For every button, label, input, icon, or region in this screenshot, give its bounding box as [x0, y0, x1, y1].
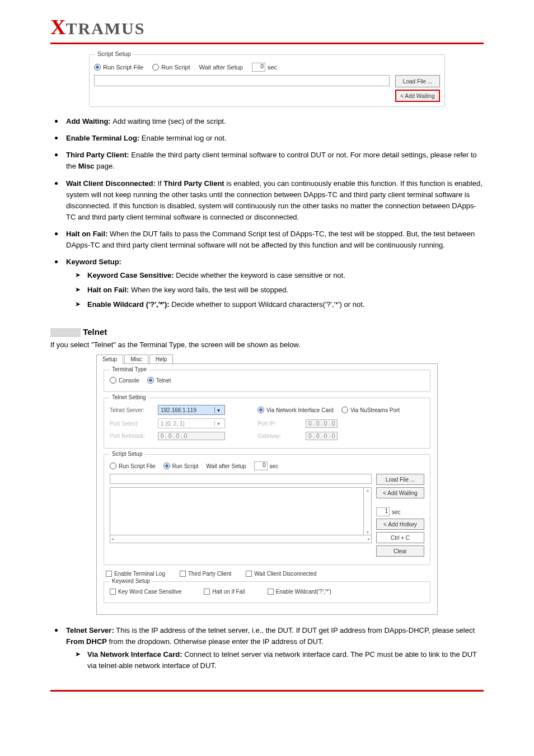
- load-file-button[interactable]: Load File ...: [376, 474, 424, 485]
- clear-button[interactable]: Clear: [376, 545, 424, 557]
- wait-value-group: 0 sec: [254, 461, 279, 470]
- radio-dot-icon: [152, 64, 159, 71]
- radio-label: Run Script: [172, 463, 199, 469]
- section-icon: [50, 328, 81, 337]
- section-title: Telnet: [50, 327, 484, 337]
- checkbox-icon: [110, 589, 116, 595]
- checkbox-label: Wait Client Disconnected: [254, 571, 316, 577]
- third-party-client-checkbox[interactable]: Third Party Client: [180, 571, 231, 577]
- wait-input[interactable]: 0: [252, 63, 265, 72]
- telnet-server-select[interactable]: 192.168.1.119▾: [158, 405, 225, 415]
- list-item-term: Telnet Server:: [66, 626, 116, 634]
- telnet-radio[interactable]: Telnet: [147, 377, 171, 384]
- page-content: Script Setup Run Script File Run Script …: [0, 44, 534, 681]
- feature-list: Add Waiting: Add waiting time (sec) of t…: [50, 116, 484, 319]
- list-item-term: Wait Client Disconnected:: [66, 179, 157, 188]
- tab-misc[interactable]: Misc: [124, 354, 148, 364]
- script-setup-group: Script Setup Run Script File Run Script …: [89, 54, 445, 107]
- txt: If: [157, 179, 163, 188]
- checkbox-icon: [204, 589, 210, 595]
- add-hotkey-button[interactable]: < Add Hotkey: [376, 519, 424, 530]
- wait-after-setup-label: Wait after Setup: [199, 64, 243, 71]
- list-item-misc-ref: Misc: [78, 162, 95, 170]
- keyword-sublist: Keyword Case Sensitive: Decide whether t…: [66, 270, 484, 314]
- group-legend: Script Setup: [95, 50, 133, 57]
- group-legend: Terminal Type: [110, 366, 149, 372]
- via-nustreams-radio[interactable]: Via NuStreams Port: [341, 407, 400, 413]
- group-legend: Telnet Setting: [110, 394, 148, 400]
- sub-term: Keyword Case Sensitive:: [87, 271, 176, 279]
- sub-term: Via Network Interface Card:: [87, 650, 184, 659]
- list-item: Third Party Client: Enable the third par…: [54, 150, 484, 178]
- list-item: Halt on Fail: When the DUT fails to pass…: [54, 228, 484, 256]
- checkbox-icon: [180, 571, 186, 577]
- sublist-item: Via Network Interface Card: Connect to t…: [75, 649, 484, 675]
- run-script-radio[interactable]: Run Script: [163, 463, 199, 469]
- wait-value-group: 0 sec: [252, 63, 277, 72]
- via-nic-radio[interactable]: Via Network Interface Card: [257, 407, 334, 413]
- list-item: Telnet Server: This is the IP address of…: [54, 625, 484, 681]
- group-legend: Keyword Setup: [110, 578, 152, 584]
- checkbox-label: Key Word Case Sensitive: [118, 589, 181, 595]
- sec-input[interactable]: 1: [376, 507, 390, 516]
- txt-b: From DHCP: [66, 637, 107, 646]
- port-netmask-label: Port Netmask:: [110, 433, 150, 439]
- list-item-desc: When the DUT fails to pass the Command S…: [66, 230, 475, 249]
- horizontal-scrollbar[interactable]: ◂▸: [110, 535, 372, 543]
- radio-label: Via Network Interface Card: [266, 407, 334, 413]
- sub-term: Halt on Fail:: [87, 286, 131, 294]
- brand-rest: TRAMUS: [65, 19, 145, 38]
- section-intro: If you select "Telnet" as the Terminal T…: [50, 340, 484, 349]
- terminal-type-group: Terminal Type Console Telnet: [104, 370, 430, 392]
- sec-unit: sec: [392, 509, 401, 515]
- after-sublist: Via Network Interface Card: Connect to t…: [66, 649, 484, 675]
- radio-dot-selected-icon: [94, 64, 101, 71]
- tab-setup[interactable]: Setup: [96, 354, 123, 364]
- checkbox-icon: [268, 589, 274, 595]
- console-radio[interactable]: Console: [110, 377, 139, 384]
- run-script-file-radio[interactable]: Run Script File: [110, 463, 156, 469]
- load-file-button[interactable]: Load File ...: [395, 75, 440, 87]
- list-item-term: Third Party Client:: [66, 151, 131, 159]
- scroll-down-icon: ▾: [367, 530, 369, 535]
- tab-help[interactable]: Help: [149, 354, 174, 364]
- ctrl-c-button[interactable]: Ctrl + C: [376, 532, 424, 543]
- sec-group: 1sec: [376, 507, 424, 516]
- radio-dot-selected-icon: [257, 407, 264, 413]
- wait-input[interactable]: 0: [254, 461, 268, 470]
- brand-x: X: [50, 15, 65, 39]
- wait-client-disconnected-checkbox[interactable]: Wait Client Disconnected: [246, 571, 316, 577]
- vertical-scrollbar[interactable]: ▴▾: [363, 488, 371, 535]
- radio-dot-icon: [341, 407, 348, 413]
- sub-term: Enable Wildcard ('?','*'):: [87, 300, 171, 309]
- script-side-column: Load File ... < Add Waiting 1sec < Add H…: [376, 474, 424, 557]
- radio-label: Via NuStreams Port: [350, 407, 400, 413]
- keyword-setup-group: Keyword Setup Key Word Case Sensitive Ha…: [104, 581, 430, 603]
- list-item-term: Keyword Setup:: [66, 258, 121, 266]
- run-script-file-radio[interactable]: Run Script File: [94, 64, 143, 71]
- enable-wildcard-checkbox[interactable]: Enable Wildcard('?','*'): [268, 589, 331, 595]
- checkbox-icon: [106, 571, 112, 577]
- script-setup-screenshot: Script Setup Run Script File Run Script …: [89, 54, 445, 107]
- list-item: Enable Terminal Log: Enable terminal log…: [54, 133, 484, 150]
- radio-label: Run Script: [161, 64, 190, 71]
- add-waiting-button[interactable]: < Add Waiting: [395, 90, 440, 102]
- script-file-input[interactable]: [110, 474, 372, 484]
- radio-dot-icon: [110, 377, 116, 384]
- list-item-desc-tail: page.: [95, 162, 115, 170]
- keyword-case-sensitive-checkbox[interactable]: Key Word Case Sensitive: [110, 589, 181, 595]
- chevron-down-icon: ▾: [214, 421, 222, 427]
- script-listbox[interactable]: ▴▾: [110, 487, 372, 535]
- run-script-radio[interactable]: Run Script: [152, 64, 190, 71]
- sublist-item: Enable Wildcard ('?','*'): Decide whethe…: [75, 299, 484, 314]
- checkbox-label: Enable Terminal Log: [114, 571, 165, 577]
- add-waiting-button[interactable]: < Add Waiting: [376, 487, 424, 498]
- script-setup-row1: Run Script File Run Script Wait after Se…: [94, 63, 440, 72]
- enable-terminal-log-checkbox[interactable]: Enable Terminal Log: [106, 571, 165, 577]
- brand-logo: XTRAMUS: [0, 0, 534, 43]
- script-file-input[interactable]: [94, 75, 390, 86]
- script-setup-group: Script Setup Run Script File Run Script …: [104, 454, 430, 565]
- radio-label: Console: [119, 377, 139, 384]
- halt-on-fail-checkbox[interactable]: Halt on if Fail: [204, 589, 245, 595]
- txt: This is the IP address of the telnet ser…: [116, 626, 475, 634]
